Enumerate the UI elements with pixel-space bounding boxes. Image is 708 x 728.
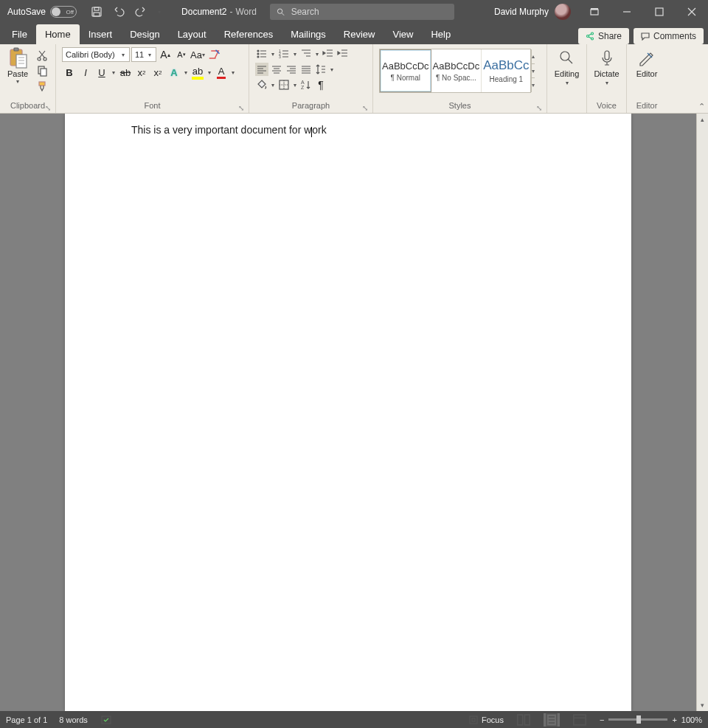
word-count[interactable]: 8 words	[59, 715, 88, 724]
styles-launcher-icon[interactable]: ⤡	[535, 104, 544, 113]
ribbon-display-button[interactable]	[578, 0, 611, 24]
superscript-button[interactable]: x2	[150, 65, 165, 80]
tab-review[interactable]: Review	[335, 24, 384, 44]
undo-icon[interactable]	[112, 5, 125, 18]
redo-icon[interactable]	[134, 5, 148, 18]
bold-button[interactable]: B	[62, 65, 77, 80]
tab-help[interactable]: Help	[422, 24, 459, 44]
zoom-slider[interactable]	[608, 718, 667, 721]
paste-button[interactable]: Paste ▾	[3, 46, 32, 85]
tab-view[interactable]: View	[384, 24, 422, 44]
search-input[interactable]	[291, 7, 448, 17]
bullets-dropdown-icon[interactable]: ▾	[270, 51, 276, 58]
font-color-icon[interactable]: A	[214, 65, 229, 80]
sort-icon[interactable]: AZ	[299, 78, 313, 91]
save-icon[interactable]	[90, 5, 103, 18]
gallery-up-icon[interactable]: ▴	[532, 49, 535, 64]
multilevel-list-icon[interactable]	[299, 47, 313, 60]
text-effects-dropdown-icon[interactable]: ▾	[183, 69, 189, 76]
tab-mailings[interactable]: Mailings	[282, 24, 335, 44]
numbering-dropdown-icon[interactable]: ▾	[292, 51, 298, 58]
borders-dropdown-icon[interactable]: ▾	[292, 82, 298, 89]
maximize-button[interactable]	[643, 0, 676, 24]
line-spacing-icon[interactable]	[314, 63, 327, 76]
tab-design[interactable]: Design	[121, 24, 168, 44]
justify-icon[interactable]	[299, 63, 313, 76]
vertical-scrollbar[interactable]: ▴ ▾	[696, 114, 708, 711]
minimize-button[interactable]	[611, 0, 643, 24]
spellcheck-icon[interactable]	[100, 713, 113, 727]
highlight-dropdown-icon[interactable]: ▾	[206, 69, 212, 76]
dictate-dropdown-icon[interactable]: ▾	[604, 80, 610, 86]
tab-layout[interactable]: Layout	[169, 24, 215, 44]
tab-home[interactable]: Home	[36, 24, 80, 44]
numbering-icon[interactable]: 123	[277, 47, 291, 60]
zoom-in-button[interactable]: +	[672, 715, 676, 724]
align-left-icon[interactable]	[255, 63, 268, 76]
share-button[interactable]: Share	[578, 28, 629, 44]
web-layout-icon[interactable]	[572, 713, 588, 727]
multilevel-dropdown-icon[interactable]: ▾	[314, 51, 320, 58]
comments-button[interactable]: Comments	[634, 28, 704, 44]
font-size-combo[interactable]: 11▾	[131, 47, 156, 62]
highlight-icon[interactable]: ab	[190, 65, 205, 80]
editing-button[interactable]: Editing ▾	[550, 46, 583, 86]
close-button[interactable]	[676, 0, 708, 24]
style-no-spacing[interactable]: AaBbCcDc¶ No Spac...	[431, 49, 482, 92]
strikethrough-button[interactable]: ab	[118, 65, 133, 80]
document-text[interactable]: This is a very important document for wo…	[131, 124, 327, 136]
cut-icon[interactable]	[35, 49, 49, 62]
scroll-down-icon[interactable]: ▾	[697, 699, 708, 711]
paragraph-launcher-icon[interactable]: ⤡	[361, 104, 369, 113]
styles-gallery[interactable]: AaBbCcDc¶ Normal AaBbCcDc¶ No Spac... Aa…	[379, 49, 531, 93]
shading-dropdown-icon[interactable]: ▾	[270, 82, 276, 89]
tab-insert[interactable]: Insert	[80, 24, 122, 44]
align-right-icon[interactable]	[285, 63, 298, 76]
underline-dropdown-icon[interactable]: ▾	[111, 69, 117, 76]
tab-file[interactable]: File	[3, 24, 36, 44]
bullets-icon[interactable]	[255, 47, 268, 60]
page-indicator[interactable]: Page 1 of 1	[6, 715, 47, 724]
tab-references[interactable]: References	[215, 24, 282, 44]
line-spacing-dropdown-icon[interactable]: ▾	[329, 66, 335, 73]
scroll-up-icon[interactable]: ▴	[697, 114, 708, 125]
zoom-level[interactable]: 100%	[681, 715, 702, 724]
autosave-toggle[interactable]: Off	[50, 6, 77, 18]
qat-more-icon[interactable]: ▾	[156, 9, 162, 15]
zoom-out-button[interactable]: −	[600, 715, 604, 724]
read-mode-icon[interactable]	[516, 713, 532, 727]
font-launcher-icon[interactable]: ⤡	[237, 104, 246, 113]
clear-formatting-icon[interactable]	[206, 47, 221, 62]
shrink-font-icon[interactable]: A▾	[174, 47, 189, 62]
font-color-dropdown-icon[interactable]: ▾	[230, 69, 236, 76]
increase-indent-icon[interactable]	[336, 47, 350, 60]
paste-dropdown-icon[interactable]: ▾	[15, 78, 21, 85]
editing-dropdown-icon[interactable]: ▾	[564, 80, 570, 86]
autosave-control[interactable]: AutoSave Off	[0, 6, 84, 18]
show-marks-icon[interactable]: ¶	[314, 78, 327, 91]
document-page[interactable]: This is a very important document for wo…	[65, 114, 631, 711]
zoom-thumb[interactable]	[636, 715, 641, 724]
format-painter-icon[interactable]	[35, 80, 49, 93]
italic-button[interactable]: I	[78, 65, 93, 80]
collapse-ribbon-icon[interactable]: ⌃	[698, 102, 705, 111]
editor-button[interactable]: Editor	[630, 46, 664, 78]
copy-icon[interactable]	[35, 64, 49, 77]
focus-mode[interactable]: Focus	[468, 715, 504, 725]
text-effects-icon[interactable]: A	[167, 65, 181, 80]
decrease-indent-icon[interactable]	[322, 47, 335, 60]
print-layout-icon[interactable]	[544, 713, 560, 727]
search-box[interactable]	[270, 4, 454, 20]
gallery-more-icon[interactable]: ▾	[532, 78, 535, 92]
user-account[interactable]: David Murphy	[487, 4, 578, 20]
underline-button[interactable]: U	[94, 65, 109, 80]
grow-font-icon[interactable]: A▴	[158, 47, 173, 62]
align-center-icon[interactable]	[270, 63, 283, 76]
font-name-combo[interactable]: Calibri (Body)▾	[62, 47, 130, 62]
change-case-icon[interactable]: Aa▾	[190, 47, 205, 62]
shading-icon[interactable]	[255, 78, 268, 91]
style-heading1[interactable]: AaBbCcHeading 1	[482, 49, 530, 92]
dictate-button[interactable]: Dictate ▾	[590, 46, 623, 86]
gallery-down-icon[interactable]: ▾	[532, 64, 535, 79]
subscript-button[interactable]: x2	[134, 65, 149, 80]
